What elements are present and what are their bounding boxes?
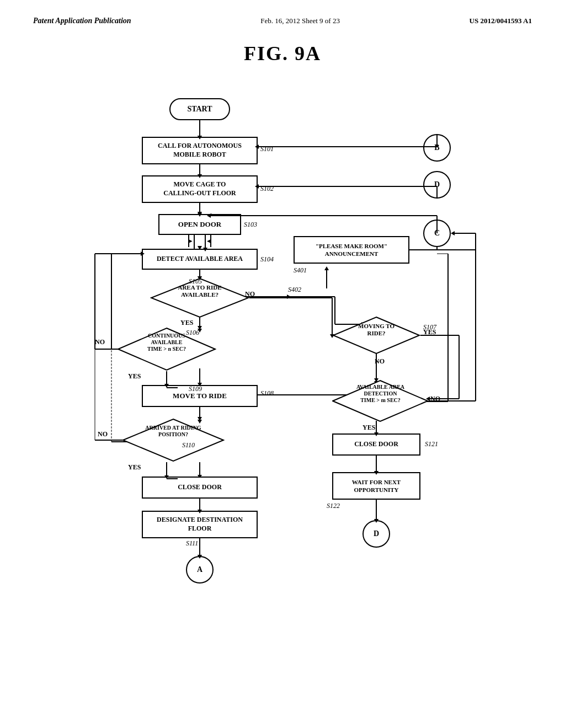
s101-box: CALL FOR AUTONOMOUS MOBILE ROBOT	[142, 137, 258, 164]
s112-label: DESIGNATE DESTINATION FLOOR	[157, 516, 243, 533]
s102-label: MOVE CAGE TO CALLING-OUT FLOOR	[163, 180, 236, 197]
start-label: START	[187, 104, 212, 114]
s110-no-label: NO	[98, 430, 108, 438]
svg-text:◀: ◀	[207, 238, 211, 244]
s105-no-label: NO	[245, 290, 255, 298]
s108-diamond-svg: AVAILABLE AREADETECTIONTIME > m SEC?	[332, 379, 429, 422]
b-label: B	[434, 143, 439, 153]
svg-marker-26	[324, 266, 329, 270]
s122-step: S122	[327, 502, 340, 510]
s104-step: S104	[260, 255, 274, 264]
header-left: Patent Application Publication	[33, 17, 131, 25]
s106-yes-label: YES	[128, 372, 141, 381]
flowchart: START B CALL FOR AUTONOMOUS MOBILE ROBOT…	[62, 87, 503, 683]
s104-label: DETECT AVAILABLE AREA	[157, 255, 243, 264]
s102-step: S102	[260, 185, 274, 193]
s401-label: "PLEASE MAKE ROOM" ANNOUNCEMENT	[316, 242, 387, 258]
s122-label: WAIT FOR NEXT OPPORTUNITY	[352, 478, 401, 494]
s106-diamond-svg: CONTINUOUSAVAILABLETIME > n SEC?	[117, 327, 216, 371]
d-top-label: D	[434, 180, 440, 190]
s110-diamond-container: ARRIVED AT RIDINGPOSITION?	[122, 418, 225, 462]
header-right: US 2012/0041593 A1	[470, 17, 532, 25]
circle-a: A	[186, 556, 214, 584]
s103-label: OPEN DOOR	[178, 220, 221, 229]
c-label: C	[434, 228, 440, 238]
s108-yes-label: YES	[363, 424, 375, 432]
page: Patent Application Publication Feb. 16, …	[0, 0, 565, 728]
s106-step: S106	[186, 329, 199, 337]
s110-yes-label: YES	[128, 463, 141, 472]
s121-label: CLOSE DOOR	[354, 440, 398, 449]
start-box: START	[169, 98, 230, 120]
s101-step: S101	[260, 145, 274, 153]
s401-box: "PLEASE MAKE ROOM" ANNOUNCEMENT	[294, 236, 409, 264]
circle-d-top: D	[423, 171, 451, 199]
a-label: A	[197, 565, 202, 575]
s107-yes-label: YES	[423, 328, 436, 336]
s107-no-label: NO	[375, 357, 385, 366]
header-center: Feb. 16, 2012 Sheet 9 of 23	[260, 17, 340, 25]
circle-b: B	[423, 134, 451, 162]
circle-c: C	[423, 220, 451, 247]
s101-label: CALL FOR AUTONOMOUS MOBILE ROBOT	[158, 142, 242, 159]
figure-title: FIG. 9A	[33, 42, 532, 65]
page-header: Patent Application Publication Feb. 16, …	[33, 17, 532, 25]
s103-box: OPEN DOOR	[158, 214, 241, 235]
s402-step: S402	[288, 286, 301, 294]
s108-no-label: NO	[430, 395, 440, 403]
s109-step: S109	[189, 385, 202, 393]
s106-diamond-container: CONTINUOUSAVAILABLETIME > n SEC?	[117, 327, 216, 371]
s111-step-label: S111	[186, 539, 198, 548]
s107-diamond-container: MOVING TO RIDE?	[332, 316, 420, 355]
s110-diamond-svg: ARRIVED AT RIDINGPOSITION?	[122, 418, 225, 462]
s112-box: DESIGNATE DESTINATION FLOOR	[142, 511, 258, 538]
d-bot-label: D	[374, 529, 379, 539]
s110-step: S110	[182, 441, 195, 449]
svg-marker-24	[287, 295, 291, 299]
s105-yes-label: YES	[180, 319, 193, 327]
circle-d-bottom: D	[363, 520, 390, 548]
s401-step: S401	[294, 266, 307, 275]
s108-step: S108	[260, 389, 274, 398]
s105-step: S105	[189, 277, 202, 286]
s108-diamond-container: AVAILABLE AREADETECTIONTIME > m SEC?	[332, 379, 429, 422]
svg-text:▶: ▶	[188, 238, 193, 244]
s104-box: DETECT AVAILABLE AREA	[142, 249, 258, 270]
s111-box: CLOSE DOOR	[142, 477, 258, 499]
s121-step: S121	[425, 440, 438, 448]
s107-diamond-svg: MOVING TO RIDE?	[332, 316, 420, 355]
s111-label: CLOSE DOOR	[178, 483, 222, 492]
s102-box: MOVE CAGE TO CALLING-OUT FLOOR	[142, 175, 258, 203]
s122-box: WAIT FOR NEXT OPPORTUNITY	[332, 472, 420, 500]
svg-marker-117	[451, 231, 455, 235]
s106-no-label: NO	[95, 338, 105, 346]
s121-box: CLOSE DOOR	[332, 433, 420, 456]
s103-step: S103	[244, 221, 257, 229]
